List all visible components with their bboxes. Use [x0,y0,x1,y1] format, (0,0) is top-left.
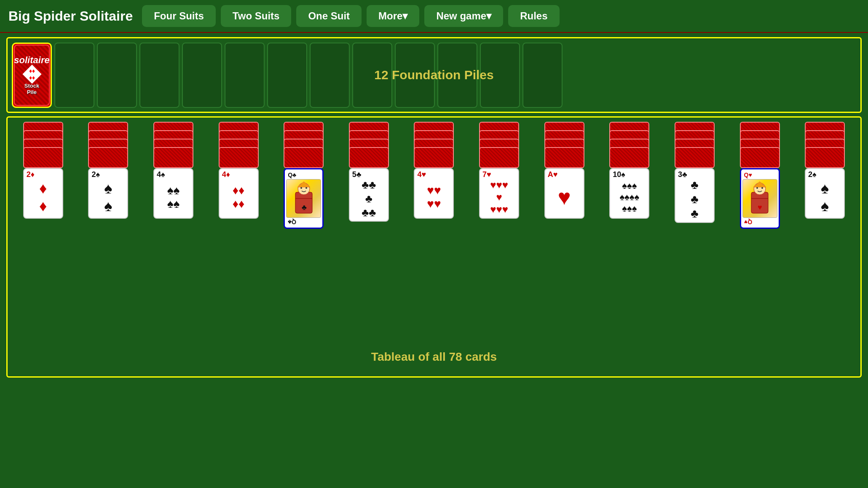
card-back[interactable] [88,147,128,168]
foundation-slot-2[interactable] [97,43,137,108]
tableau-col-11: Q♥ ♥ Q♥ [729,122,791,372]
svg-marker-2 [297,182,310,187]
queen-hearts-art: ♥ [745,180,774,217]
game-area: solitaire ♦♦♦♦ StockPile 12 Foundation P… [0,33,868,382]
foundation-slot-4[interactable] [182,43,222,108]
foundation-slot-6[interactable] [267,43,307,108]
tableau-col-4: Q♣ ♣ [272,122,335,372]
card-face[interactable]: 2♠ ♠♠ [805,168,845,219]
foundation-area: solitaire ♦♦♦♦ StockPile 12 Foundation P… [6,37,862,113]
card-back[interactable] [805,147,845,168]
stock-pile-pattern: solitaire ♦♦♦♦ StockPile [14,45,50,106]
more-button[interactable]: More▾ [367,5,419,27]
header: Big Spider Solitaire Four Suits Two Suit… [0,0,868,33]
svg-point-4 [305,187,307,189]
card-back[interactable] [740,147,780,168]
tableau-area: 2♦ ♦♦ 2♠ ♠♠ 4♠ ♠♠♠♠ [6,116,862,378]
foundation-slot-9[interactable] [395,43,435,108]
card-face-queen-hearts[interactable]: Q♥ ♥ Q♥ [740,168,780,229]
tableau-col-12: 2♠ ♠♠ [793,122,856,372]
card-face[interactable]: 3♣ ♣ ♣ ♣ [675,168,715,223]
card-face[interactable]: 4♠ ♠♠♠♠ [153,168,193,219]
svg-text:♥: ♥ [758,203,762,212]
card-back[interactable] [153,147,193,168]
foundation-slot-7[interactable] [310,43,350,108]
card-face[interactable]: 4♦ ♦♦♦♦ [219,168,259,219]
card-back[interactable] [544,147,584,168]
card-face[interactable]: 4♥ ♥♥♥♥ [414,168,454,219]
card-face-queen-clubs[interactable]: Q♣ ♣ [284,168,324,229]
stock-label: StockPile [24,83,39,95]
tableau-col-3: 4♦ ♦♦♦♦ [207,122,270,372]
rules-button[interactable]: Rules [508,5,559,27]
card-face[interactable]: 2♦ ♦♦ [23,168,63,219]
svg-point-3 [300,187,302,189]
two-suits-button[interactable]: Two Suits [221,5,292,27]
tableau-col-1: 2♠ ♠♠ [77,122,140,372]
card-back[interactable] [609,147,649,168]
card-back[interactable] [349,147,389,168]
tableau-col-9: 10♠ ♠♠♠ ♠♠♠♠ ♠♠♠ [598,122,661,372]
card-face[interactable]: 5♣ ♣♣ ♣ ♣♣ [349,168,389,222]
tableau-col-6: 4♥ ♥♥♥♥ [403,122,466,372]
card-back[interactable] [23,147,63,168]
queen-clubs-art: ♣ [289,180,319,217]
tableau-col-5: 5♣ ♣♣ ♣ ♣♣ [338,122,400,372]
card-back[interactable] [479,147,519,168]
foundation-slot-1[interactable] [54,43,94,108]
card-back[interactable] [219,147,259,168]
card-face[interactable]: 10♠ ♠♠♠ ♠♠♠♠ ♠♠♠ [609,168,649,219]
card-back[interactable] [675,147,715,168]
tableau-col-7: 7♥ ♥♥♥ ♥ ♥♥♥ [468,122,530,372]
svg-point-10 [756,187,758,189]
card-face[interactable]: A♥ ♥ [544,168,584,219]
tableau-col-2: 4♠ ♠♠♠♠ [142,122,205,372]
foundation-slot-11[interactable] [480,43,520,108]
foundation-slot-3[interactable] [139,43,179,108]
four-suits-button[interactable]: Four Suits [142,5,216,27]
app-title: Big Spider Solitaire [8,8,133,24]
tableau-col-0: 2♦ ♦♦ [12,122,75,372]
svg-marker-9 [753,182,766,187]
card-back[interactable] [414,147,454,168]
one-suit-button[interactable]: One Suit [296,5,362,27]
foundation-slot-12[interactable] [522,43,563,108]
card-back[interactable] [284,147,324,168]
foundation-slot-8[interactable] [352,43,392,108]
stock-pile[interactable]: solitaire ♦♦♦♦ StockPile [12,43,52,108]
card-face[interactable]: 2♠ ♠♠ [88,168,128,219]
svg-text:♣: ♣ [302,203,307,212]
tableau-col-8: A♥ ♥ [533,122,596,372]
tableau-col-10: 3♣ ♣ ♣ ♣ [663,122,726,372]
svg-point-11 [761,187,763,189]
card-face[interactable]: 7♥ ♥♥♥ ♥ ♥♥♥ [479,168,519,219]
foundation-slot-5[interactable] [225,43,265,108]
foundation-slot-10[interactable] [437,43,477,108]
new-game-button[interactable]: New game▾ [424,5,503,27]
